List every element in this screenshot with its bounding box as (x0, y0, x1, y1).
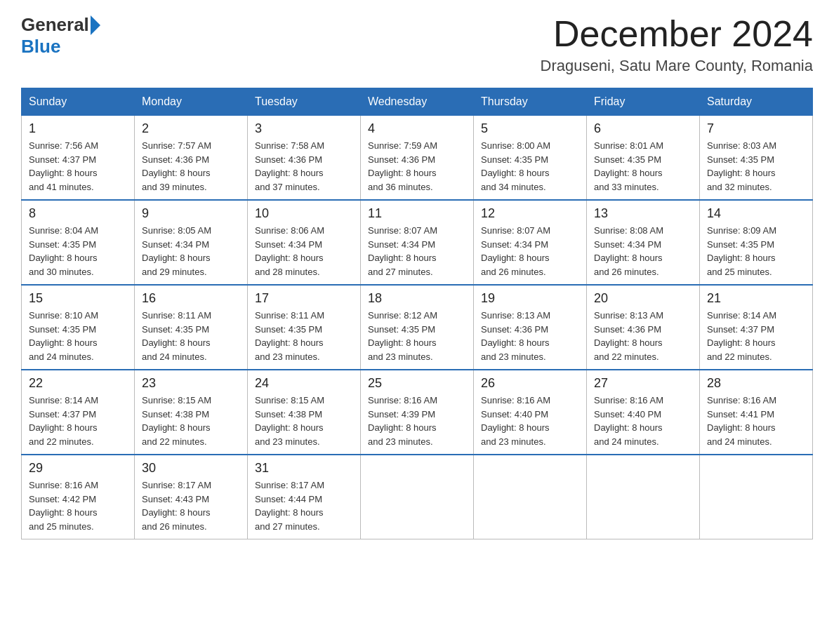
day-number: 29 (29, 461, 127, 476)
table-row: 20 Sunrise: 8:13 AMSunset: 4:36 PMDaylig… (587, 285, 700, 370)
table-row: 30 Sunrise: 8:17 AMSunset: 4:43 PMDaylig… (135, 455, 248, 539)
logo: General Blue (21, 14, 102, 58)
day-number: 3 (255, 121, 353, 136)
day-info: Sunrise: 8:03 AMSunset: 4:35 PMDaylight:… (707, 139, 805, 194)
day-number: 9 (142, 206, 240, 221)
table-row: 5 Sunrise: 8:00 AMSunset: 4:35 PMDayligh… (474, 116, 587, 201)
day-number: 26 (481, 376, 579, 391)
day-number: 25 (368, 376, 466, 391)
table-row: 28 Sunrise: 8:16 AMSunset: 4:41 PMDaylig… (700, 370, 813, 455)
logo-triangle-icon (91, 15, 100, 35)
day-info: Sunrise: 8:12 AMSunset: 4:35 PMDaylight:… (368, 309, 466, 363)
header-friday: Friday (587, 88, 700, 116)
day-number: 2 (142, 121, 240, 136)
day-number: 4 (368, 121, 466, 136)
table-row: 23 Sunrise: 8:15 AMSunset: 4:38 PMDaylig… (135, 370, 248, 455)
day-info: Sunrise: 8:00 AMSunset: 4:35 PMDaylight:… (481, 139, 579, 194)
day-number: 16 (142, 291, 240, 306)
table-row: 18 Sunrise: 8:12 AMSunset: 4:35 PMDaylig… (361, 285, 474, 370)
table-row: 2 Sunrise: 7:57 AMSunset: 4:36 PMDayligh… (135, 116, 248, 201)
day-number: 5 (481, 121, 579, 136)
day-info: Sunrise: 7:59 AMSunset: 4:36 PMDaylight:… (368, 139, 466, 194)
table-row (474, 455, 587, 539)
calendar-week-row: 29 Sunrise: 8:16 AMSunset: 4:42 PMDaylig… (22, 455, 813, 539)
table-row: 4 Sunrise: 7:59 AMSunset: 4:36 PMDayligh… (361, 116, 474, 201)
day-number: 8 (29, 206, 127, 221)
table-row (361, 455, 474, 539)
table-row: 3 Sunrise: 7:58 AMSunset: 4:36 PMDayligh… (248, 116, 361, 201)
table-row (700, 455, 813, 539)
table-row: 17 Sunrise: 8:11 AMSunset: 4:35 PMDaylig… (248, 285, 361, 370)
page-header: General Blue December 2024 Draguseni, Sa… (21, 14, 813, 75)
day-info: Sunrise: 8:16 AMSunset: 4:39 PMDaylight:… (368, 394, 466, 448)
title-section: December 2024 Draguseni, Satu Mare Count… (541, 14, 813, 75)
day-number: 28 (707, 376, 805, 391)
table-row: 13 Sunrise: 8:08 AMSunset: 4:34 PMDaylig… (587, 200, 700, 285)
table-row: 12 Sunrise: 8:07 AMSunset: 4:34 PMDaylig… (474, 200, 587, 285)
table-row: 25 Sunrise: 8:16 AMSunset: 4:39 PMDaylig… (361, 370, 474, 455)
table-row: 15 Sunrise: 8:10 AMSunset: 4:35 PMDaylig… (22, 285, 135, 370)
day-number: 30 (142, 461, 240, 476)
day-number: 12 (481, 206, 579, 221)
day-info: Sunrise: 8:01 AMSunset: 4:35 PMDaylight:… (594, 139, 692, 194)
header-wednesday: Wednesday (361, 88, 474, 116)
day-info: Sunrise: 8:07 AMSunset: 4:34 PMDaylight:… (481, 224, 579, 279)
day-info: Sunrise: 7:57 AMSunset: 4:36 PMDaylight:… (142, 139, 240, 194)
header-monday: Monday (135, 88, 248, 116)
day-info: Sunrise: 8:07 AMSunset: 4:34 PMDaylight:… (368, 224, 466, 279)
table-row: 8 Sunrise: 8:04 AMSunset: 4:35 PMDayligh… (22, 200, 135, 285)
day-number: 20 (594, 291, 692, 306)
table-row (587, 455, 700, 539)
table-row: 16 Sunrise: 8:11 AMSunset: 4:35 PMDaylig… (135, 285, 248, 370)
day-info: Sunrise: 8:06 AMSunset: 4:34 PMDaylight:… (255, 224, 353, 279)
day-info: Sunrise: 8:16 AMSunset: 4:40 PMDaylight:… (481, 394, 579, 448)
day-info: Sunrise: 8:13 AMSunset: 4:36 PMDaylight:… (481, 309, 579, 363)
month-title: December 2024 (541, 14, 813, 54)
day-info: Sunrise: 8:13 AMSunset: 4:36 PMDaylight:… (594, 309, 692, 363)
day-info: Sunrise: 8:09 AMSunset: 4:35 PMDaylight:… (707, 224, 805, 279)
table-row: 31 Sunrise: 8:17 AMSunset: 4:44 PMDaylig… (248, 455, 361, 539)
header-tuesday: Tuesday (248, 88, 361, 116)
calendar-week-row: 1 Sunrise: 7:56 AMSunset: 4:37 PMDayligh… (22, 116, 813, 201)
table-row: 9 Sunrise: 8:05 AMSunset: 4:34 PMDayligh… (135, 200, 248, 285)
header-thursday: Thursday (474, 88, 587, 116)
day-number: 1 (29, 121, 127, 136)
day-info: Sunrise: 8:11 AMSunset: 4:35 PMDaylight:… (255, 309, 353, 363)
table-row: 29 Sunrise: 8:16 AMSunset: 4:42 PMDaylig… (22, 455, 135, 539)
header-saturday: Saturday (700, 88, 813, 116)
day-info: Sunrise: 8:16 AMSunset: 4:42 PMDaylight:… (29, 478, 127, 533)
table-row: 7 Sunrise: 8:03 AMSunset: 4:35 PMDayligh… (700, 116, 813, 201)
day-info: Sunrise: 8:16 AMSunset: 4:40 PMDaylight:… (594, 394, 692, 448)
day-number: 14 (707, 206, 805, 221)
day-info: Sunrise: 8:14 AMSunset: 4:37 PMDaylight:… (29, 394, 127, 448)
logo-general-text: General (21, 14, 89, 36)
table-row: 24 Sunrise: 8:15 AMSunset: 4:38 PMDaylig… (248, 370, 361, 455)
day-info: Sunrise: 8:14 AMSunset: 4:37 PMDaylight:… (707, 309, 805, 363)
table-row: 6 Sunrise: 8:01 AMSunset: 4:35 PMDayligh… (587, 116, 700, 201)
day-number: 27 (594, 376, 692, 391)
day-info: Sunrise: 8:08 AMSunset: 4:34 PMDaylight:… (594, 224, 692, 279)
day-number: 11 (368, 206, 466, 221)
header-sunday: Sunday (22, 88, 135, 116)
day-number: 17 (255, 291, 353, 306)
day-info: Sunrise: 8:11 AMSunset: 4:35 PMDaylight:… (142, 309, 240, 363)
day-number: 24 (255, 376, 353, 391)
calendar-table: Sunday Monday Tuesday Wednesday Thursday… (21, 88, 813, 539)
day-number: 23 (142, 376, 240, 391)
day-number: 15 (29, 291, 127, 306)
day-info: Sunrise: 8:15 AMSunset: 4:38 PMDaylight:… (142, 394, 240, 448)
calendar-header-row: Sunday Monday Tuesday Wednesday Thursday… (22, 88, 813, 116)
day-info: Sunrise: 7:58 AMSunset: 4:36 PMDaylight:… (255, 139, 353, 194)
day-number: 18 (368, 291, 466, 306)
day-info: Sunrise: 8:17 AMSunset: 4:44 PMDaylight:… (255, 478, 353, 533)
day-info: Sunrise: 8:15 AMSunset: 4:38 PMDaylight:… (255, 394, 353, 448)
day-info: Sunrise: 8:05 AMSunset: 4:34 PMDaylight:… (142, 224, 240, 279)
day-number: 19 (481, 291, 579, 306)
table-row: 11 Sunrise: 8:07 AMSunset: 4:34 PMDaylig… (361, 200, 474, 285)
table-row: 21 Sunrise: 8:14 AMSunset: 4:37 PMDaylig… (700, 285, 813, 370)
day-info: Sunrise: 8:16 AMSunset: 4:41 PMDaylight:… (707, 394, 805, 448)
table-row: 19 Sunrise: 8:13 AMSunset: 4:36 PMDaylig… (474, 285, 587, 370)
day-number: 22 (29, 376, 127, 391)
calendar-week-row: 8 Sunrise: 8:04 AMSunset: 4:35 PMDayligh… (22, 200, 813, 285)
day-info: Sunrise: 8:10 AMSunset: 4:35 PMDaylight:… (29, 309, 127, 363)
